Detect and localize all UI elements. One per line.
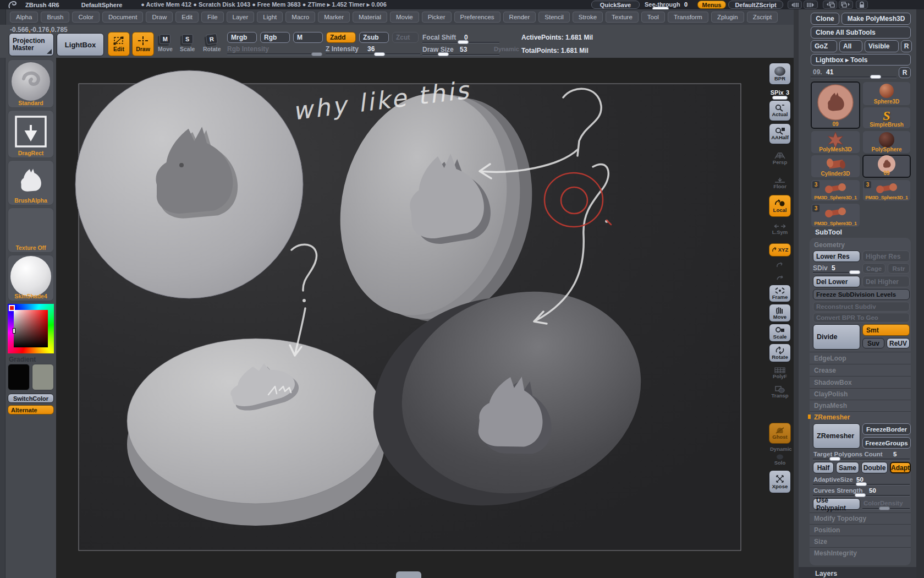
tool-item-simplebrush[interactable]: S SimpleBrush — [862, 107, 911, 129]
bpr-render-button[interactable]: BPR — [769, 63, 791, 85]
menu-item-zscript[interactable]: Zscript — [747, 12, 778, 23]
lightbox-tools-button[interactable]: Lightbox ▸ Tools — [811, 54, 911, 66]
adapt-button[interactable]: Adapt — [890, 462, 911, 473]
zremesher-button[interactable]: ZRemesher — [813, 423, 860, 449]
disc-model-top-left[interactable] — [75, 70, 303, 298]
lightbox-button[interactable]: LightBox — [57, 33, 104, 56]
z-axis-lock-button[interactable] — [769, 272, 791, 283]
menu-item-picker[interactable]: Picker — [422, 12, 452, 23]
sculpting-viewport[interactable]: why like this — [56, 58, 794, 578]
tool-item-sphere3d[interactable]: Sphere3D — [862, 81, 911, 106]
frame-button[interactable]: Frame — [769, 285, 791, 302]
half-button[interactable]: Half — [813, 462, 834, 473]
projection-master-button[interactable]: Projection Master — [9, 33, 54, 56]
ghost-button[interactable]: Ghost — [769, 423, 791, 444]
quicksave-button[interactable]: QuickSave — [591, 1, 640, 9]
make-polymesh3d-button[interactable]: Make PolyMesh3D — [842, 13, 911, 25]
freeze-border-button[interactable]: FreezeBorder — [862, 423, 911, 435]
focal-shift-slider-handle[interactable] — [458, 40, 469, 44]
tool-item-pm3d-2[interactable]: 3 PM3D_Sphere3D_1 — [862, 179, 911, 201]
next-ui-layout-button[interactable] — [804, 1, 818, 9]
claypolish-section-header[interactable]: ClayPolish — [814, 390, 848, 398]
menu-item-stencil[interactable]: Stencil — [538, 12, 570, 23]
mesh-integrity-section-header[interactable]: MeshIntegrity — [814, 549, 857, 557]
menu-item-render[interactable]: Render — [503, 12, 536, 23]
dynamesh-section-header[interactable]: DynaMesh — [814, 402, 847, 410]
menu-item-file[interactable]: File — [201, 12, 224, 23]
menu-item-draw[interactable]: Draw — [146, 12, 173, 23]
z-intensity-slider[interactable] — [326, 53, 420, 55]
tool-item-pm3d-1[interactable]: 3 PM3D_Sphere3D_1 — [811, 179, 860, 201]
floor-button[interactable]: Floor — [769, 172, 791, 194]
persp-button[interactable]: Persp — [769, 148, 791, 170]
higher-res-button[interactable]: Higher Res — [862, 250, 910, 262]
menu-item-movie[interactable]: Movie — [390, 12, 419, 23]
panel-scrollbar[interactable] — [916, 9, 924, 578]
rstr-button[interactable]: Rstr — [888, 263, 910, 274]
subtool-section-header[interactable]: SubTool — [815, 228, 842, 236]
edit-mode-button[interactable]: Edit — [108, 32, 130, 56]
color-density-slider-handle[interactable] — [879, 506, 890, 510]
xyz-button[interactable]: XYZ — [769, 243, 791, 257]
rotate-canvas-button[interactable]: Rotate — [769, 343, 791, 362]
texture-thumbnail[interactable]: Texture Off — [8, 208, 54, 253]
menu-item-zplugin[interactable]: Zplugin — [711, 12, 744, 23]
prev-document-button[interactable] — [823, 1, 837, 9]
alternate-button[interactable]: Alternate — [8, 405, 54, 415]
sdiv-slider-handle[interactable] — [849, 270, 860, 274]
zadd-button[interactable]: Zadd — [326, 32, 356, 43]
size-section-header[interactable]: Size — [814, 538, 827, 546]
menu-tray-handle[interactable] — [0, 9, 6, 25]
use-polypaint-button[interactable]: Use Polypaint — [813, 498, 860, 510]
menu-item-tool[interactable]: Tool — [641, 12, 665, 23]
menu-item-material[interactable]: Material — [353, 12, 387, 23]
rgb-intensity-slider[interactable] — [227, 53, 322, 55]
goz-all-button[interactable]: All — [839, 40, 862, 52]
shadowbox-section-header[interactable]: ShadowBox — [814, 379, 852, 386]
menu-item-color[interactable]: Color — [72, 12, 99, 23]
menu-item-layer[interactable]: Layer — [227, 12, 255, 23]
m-button[interactable]: M — [293, 32, 323, 43]
modify-topology-section-header[interactable]: Modify Topology — [814, 515, 866, 522]
color-picker[interactable] — [8, 304, 54, 353]
menu-item-stroke[interactable]: Stroke — [573, 12, 603, 23]
solo-button[interactable]: Solo — [769, 452, 791, 467]
target-polygons-slider[interactable] — [813, 459, 910, 460]
spix-control[interactable]: SPix 3 — [768, 87, 792, 97]
reconstruct-subdiv-button[interactable]: Reconstruct Subdiv — [813, 302, 910, 312]
gradient-label[interactable]: Gradient — [9, 356, 36, 363]
polyframe-button[interactable]: PolyF — [769, 364, 791, 381]
goz-r-button[interactable]: R — [901, 40, 912, 52]
alpha-thumbnail[interactable]: BrushAlpha — [8, 160, 54, 205]
tool-item-cylinder3d[interactable]: Cylinder3D — [811, 155, 860, 178]
same-button[interactable]: Same — [836, 462, 859, 473]
double-button[interactable]: Double — [861, 462, 888, 473]
divide-button[interactable]: Divide — [813, 324, 860, 350]
goz-visible-button[interactable]: Visible — [865, 40, 899, 52]
rotate-mode-button[interactable]: R Rotate — [203, 34, 221, 52]
tool-item-polymesh3d[interactable]: PolyMesh3D — [811, 130, 860, 154]
material-thumbnail[interactable]: SkinShade4 — [8, 255, 54, 301]
menu-item-alpha[interactable]: Alpha — [10, 12, 38, 23]
prev-ui-layout-button[interactable] — [788, 1, 802, 9]
lower-res-button[interactable]: Lower Res — [813, 250, 860, 262]
freeze-groups-button[interactable]: FreezeGroups — [862, 437, 911, 449]
bottom-tray-handle[interactable] — [396, 571, 421, 578]
draw-mode-button[interactable]: Draw — [132, 32, 154, 56]
rgb-intensity-slider-handle[interactable] — [311, 52, 322, 56]
suv-button[interactable]: Suv — [862, 338, 884, 348]
saturation-square[interactable] — [14, 310, 48, 347]
stroke-type-thumbnail[interactable]: DragRect — [8, 110, 54, 158]
zsub-button[interactable]: Zsub — [359, 32, 389, 43]
left-tray-handle[interactable] — [0, 58, 6, 578]
tool-item-pm3d-3[interactable]: 3 PM3D_Sphere3D_1 — [811, 203, 860, 227]
draw-size-slider-handle[interactable] — [438, 52, 449, 56]
z-intensity-slider-handle[interactable] — [374, 52, 385, 56]
crease-section-header[interactable]: Crease — [814, 367, 836, 374]
dynamic-persp-label[interactable]: Dynamic — [770, 446, 792, 452]
menu-item-preferences[interactable]: Preferences — [454, 12, 501, 23]
switch-color-button[interactable]: SwitchColor — [8, 394, 54, 403]
menu-item-macro[interactable]: Macro — [285, 12, 315, 23]
menu-item-edit[interactable]: Edit — [175, 12, 199, 23]
spix-slider-handle[interactable] — [772, 96, 788, 100]
